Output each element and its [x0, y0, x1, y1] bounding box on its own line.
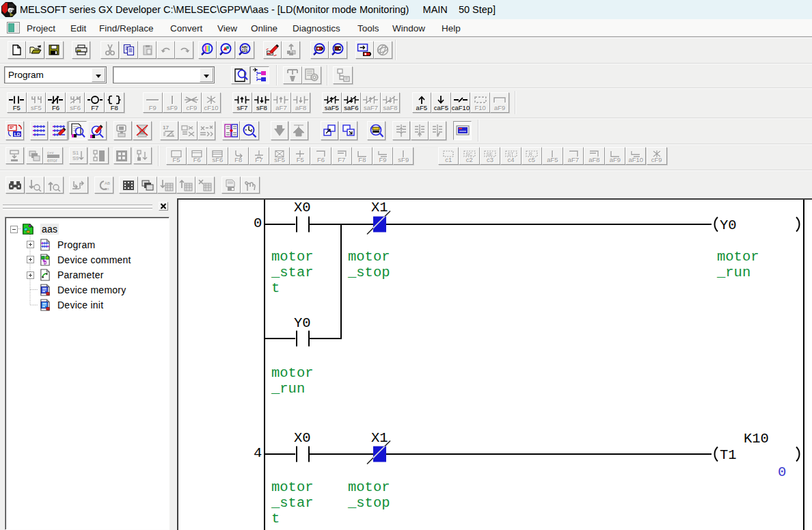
svg-text:0: 0 — [254, 215, 262, 231]
svg-text:X0: X0 — [294, 430, 311, 446]
svg-text:K10: K10 — [744, 431, 769, 447]
svg-text:Y0: Y0 — [720, 217, 737, 233]
svg-text:t: t — [271, 511, 280, 527]
svg-text:Y0: Y0 — [294, 315, 311, 331]
svg-text:_stop: _stop — [347, 265, 390, 280]
svg-text:PS: PS — [10, 9, 15, 13]
svg-text:_run: _run — [716, 265, 750, 280]
svg-text:123: 123 — [242, 49, 248, 53]
svg-text:motor: motor — [271, 479, 314, 495]
svg-text:4: 4 — [254, 445, 262, 461]
svg-text:_star: _star — [271, 495, 314, 511]
svg-text:t: t — [271, 280, 280, 296]
svg-text:_stop: _stop — [347, 495, 390, 511]
svg-text:17: 17 — [163, 124, 169, 131]
svg-text:error: error — [47, 158, 57, 162]
svg-text:S9: S9 — [72, 155, 79, 161]
svg-text:motor: motor — [271, 365, 314, 381]
svg-text:X1: X1 — [371, 430, 388, 446]
svg-text:AB: AB — [105, 181, 110, 185]
svg-text:LD: LD — [14, 132, 20, 137]
svg-text:motor: motor — [271, 249, 314, 265]
svg-text:0: 0 — [778, 464, 786, 480]
svg-text:c+v: c+v — [47, 150, 54, 155]
svg-text:cn: cn — [105, 187, 109, 191]
svg-text:X1: X1 — [371, 200, 388, 215]
svg-text:motor: motor — [348, 249, 390, 265]
svg-text:_run: _run — [271, 381, 305, 397]
svg-text:_star: _star — [271, 265, 314, 280]
svg-text:motor: motor — [348, 479, 390, 495]
svg-text:T1: T1 — [720, 447, 737, 463]
svg-text:motor: motor — [717, 249, 759, 265]
svg-text:X0: X0 — [294, 200, 311, 215]
